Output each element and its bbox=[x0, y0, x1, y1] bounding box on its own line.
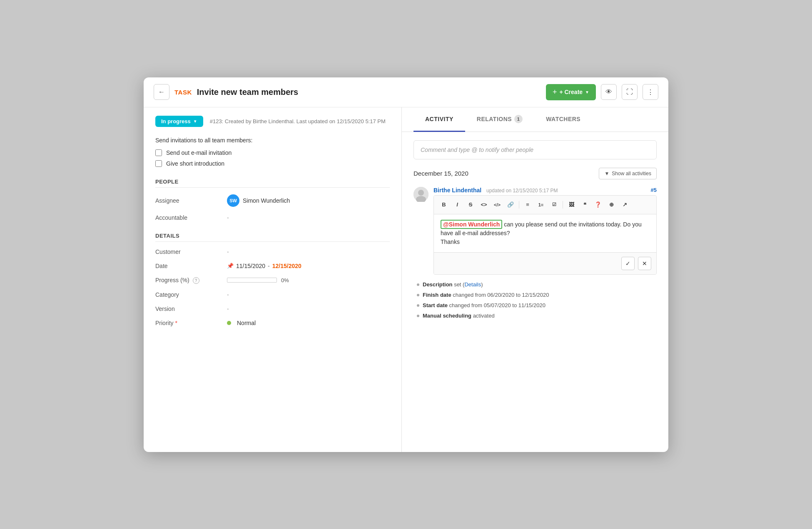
help-icon[interactable]: ? bbox=[193, 277, 199, 284]
log-dot-icon bbox=[417, 304, 419, 307]
show-activities-label: Show all activities bbox=[612, 171, 651, 176]
date-row: Date 📌 11/15/2020 - 12/15/2020 bbox=[155, 263, 390, 269]
log-text: Description set (Details) bbox=[423, 281, 483, 288]
tab-watchers[interactable]: WATCHERS bbox=[534, 107, 592, 132]
pin-icon: 📌 bbox=[227, 263, 234, 269]
page-title: Invite new team members bbox=[197, 87, 298, 97]
more-button[interactable]: ⋮ bbox=[643, 84, 658, 100]
toolbar-link[interactable]: 🔗 bbox=[505, 199, 516, 211]
customer-row: Customer - bbox=[155, 248, 390, 255]
log-text: Start date changed from 05/07/2020 to 11… bbox=[423, 302, 545, 308]
editor-confirm-button[interactable]: ✓ bbox=[621, 257, 635, 270]
log-item: Description set (Details) bbox=[417, 281, 657, 288]
toolbar-strikethrough[interactable]: S bbox=[465, 199, 476, 211]
progress-row: Progress (%) ? 0% bbox=[155, 277, 390, 284]
create-button[interactable]: + + Create ▼ bbox=[546, 84, 596, 100]
progress-bar-wrap: 0% bbox=[227, 277, 289, 283]
editor-body[interactable]: @Simon Wunderlich can you please send ou… bbox=[434, 214, 656, 252]
tab-relations-label: RELATIONS bbox=[477, 116, 512, 122]
status-chevron-icon: ▼ bbox=[193, 119, 197, 124]
activity-ref: #5 bbox=[651, 187, 657, 193]
toolbar-ul[interactable]: ≡ bbox=[522, 199, 533, 211]
toolbar-checklist[interactable]: ☑ bbox=[548, 199, 560, 211]
editor-cancel-button[interactable]: ✕ bbox=[638, 257, 651, 270]
message-line2: Thanks bbox=[441, 238, 460, 245]
checklist-checkbox-2[interactable] bbox=[155, 160, 162, 167]
avatar: SW bbox=[227, 194, 239, 207]
show-activities-button[interactable]: ▼ Show all activities bbox=[599, 168, 657, 179]
activity-time: updated on 12/15/2020 5:17 PM bbox=[486, 188, 558, 194]
date-label: Date bbox=[155, 263, 222, 269]
description-text: Send invitations to all team members: bbox=[155, 137, 390, 144]
priority-text: Normal bbox=[237, 320, 256, 326]
right-panel: ACTIVITY RELATIONS 1 WATCHERS Comment an… bbox=[402, 107, 668, 452]
task-description: Send invitations to all team members: Se… bbox=[155, 137, 390, 167]
activity-item: Birthe Lindenthal updated on 12/15/2020 … bbox=[413, 187, 657, 275]
assignee-row: Assignee SW Simon Wunderlich bbox=[155, 194, 390, 207]
status-label: In progress bbox=[161, 118, 191, 124]
toolbar-help[interactable]: ❓ bbox=[592, 199, 604, 211]
toolbar-code-block[interactable]: </> bbox=[491, 199, 503, 211]
tab-activity[interactable]: ACTIVITY bbox=[413, 107, 465, 132]
status-bar: In progress ▼ #123: Created by Birthe Li… bbox=[155, 116, 390, 127]
date-start: 11/15/2020 bbox=[236, 263, 265, 269]
tab-relations[interactable]: RELATIONS 1 bbox=[465, 107, 534, 132]
category-label: Category bbox=[155, 291, 222, 298]
activity-content: Birthe Lindenthal updated on 12/15/2020 … bbox=[433, 187, 657, 275]
version-row: Version - bbox=[155, 305, 390, 312]
header: ← TASK Invite new team members + + Creat… bbox=[144, 77, 668, 107]
comment-placeholder: Comment and type @ to notify other peopl… bbox=[421, 147, 533, 153]
back-button[interactable]: ← bbox=[154, 84, 169, 100]
editor-actions: ✓ ✕ bbox=[434, 252, 656, 274]
checklist-checkbox-1[interactable] bbox=[155, 149, 162, 156]
main-window: ← TASK Invite new team members + + Creat… bbox=[144, 77, 668, 452]
progress-value: 0% bbox=[227, 277, 289, 283]
log-item: Start date changed from 05/07/2020 to 11… bbox=[417, 302, 657, 308]
log-dot-icon bbox=[417, 315, 419, 317]
task-type-label: TASK bbox=[174, 89, 192, 96]
chevron-down-icon: ▼ bbox=[585, 90, 589, 94]
comment-input[interactable]: Comment and type @ to notify other peopl… bbox=[413, 140, 657, 159]
checklist-label-1: Send out e-mail invitation bbox=[166, 149, 232, 156]
filter-icon: ▼ bbox=[604, 171, 609, 176]
accountable-row: Accountable - bbox=[155, 214, 390, 221]
category-value: - bbox=[227, 291, 229, 298]
date-divider-text: December 15, 2020 bbox=[413, 170, 468, 177]
checklist-item: Send out e-mail invitation bbox=[155, 149, 390, 156]
log-item: Manual scheduling activated bbox=[417, 313, 657, 319]
mention-tag[interactable]: @Simon Wunderlich bbox=[441, 220, 502, 229]
log-text: Manual scheduling activated bbox=[423, 313, 495, 319]
status-badge[interactable]: In progress ▼ bbox=[155, 116, 203, 127]
eye-button[interactable]: 👁 bbox=[601, 84, 617, 100]
toolbar-embed[interactable]: ⊕ bbox=[605, 199, 617, 211]
version-label: Version bbox=[155, 305, 222, 312]
priority-row: Priority Normal bbox=[155, 320, 390, 326]
toolbar-image[interactable]: 🖼 bbox=[565, 199, 577, 211]
progress-text: 0% bbox=[281, 277, 289, 283]
editor-toolbar: B I S <> </> 🔗 ≡ 1≡ ☑ bbox=[434, 196, 656, 214]
assignee-label: Assignee bbox=[155, 197, 222, 204]
assignee-value: SW Simon Wunderlich bbox=[227, 194, 290, 207]
svg-point-1 bbox=[418, 190, 424, 196]
toolbar-bold[interactable]: B bbox=[438, 199, 450, 211]
fullscreen-button[interactable]: ⛶ bbox=[622, 84, 638, 100]
progress-label: Progress (%) ? bbox=[155, 277, 222, 284]
eye-icon: 👁 bbox=[605, 88, 612, 96]
toolbar-ol[interactable]: 1≡ bbox=[535, 199, 547, 211]
people-section-header: PEOPLE bbox=[155, 179, 390, 188]
toolbar-quote[interactable]: ❝ bbox=[579, 199, 590, 211]
priority-label: Priority bbox=[155, 320, 222, 326]
create-label: + Create bbox=[559, 89, 583, 95]
activity-header: Birthe Lindenthal updated on 12/15/2020 … bbox=[433, 187, 657, 194]
toolbar-export[interactable]: ↗ bbox=[619, 199, 630, 211]
toolbar-separator bbox=[519, 201, 519, 209]
customer-label: Customer bbox=[155, 248, 222, 255]
date-separator: - bbox=[268, 263, 270, 269]
plus-icon: + bbox=[553, 88, 557, 97]
checklist-item: Give short introduction bbox=[155, 160, 390, 167]
toolbar-code[interactable]: <> bbox=[478, 199, 490, 211]
activity-user-info: Birthe Lindenthal updated on 12/15/2020 … bbox=[433, 187, 558, 194]
activity-log: Description set (Details) Finish date ch… bbox=[413, 281, 657, 319]
priority-value: Normal bbox=[227, 320, 256, 326]
toolbar-italic[interactable]: I bbox=[451, 199, 463, 211]
